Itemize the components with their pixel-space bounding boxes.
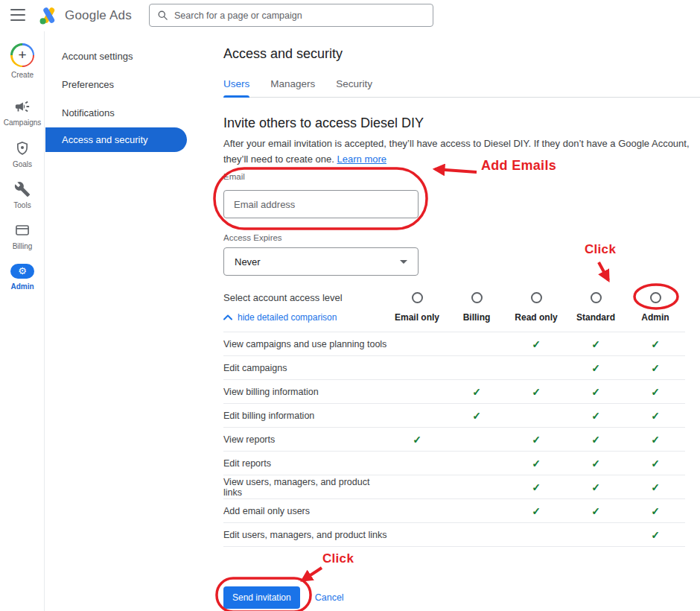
check-icon: ✓ [626, 386, 685, 398]
send-invitation-button[interactable]: Send invitation [223, 586, 300, 609]
permission-label: Edit billing information [223, 411, 387, 421]
check-icon: ✓ [447, 410, 506, 422]
navigation-rail: + Create Campaigns Goals Tools Billing ⚙… [0, 31, 45, 611]
check-icon: ✓ [626, 338, 685, 350]
permission-label: View reports [223, 434, 387, 445]
google-ads-logo: GoogleAds [39, 5, 132, 25]
check-icon: ✓ [506, 481, 566, 493]
check-icon: ✓ [447, 386, 506, 398]
check-icon: ✓ [566, 338, 626, 350]
menu-icon[interactable] [10, 9, 25, 21]
goals-icon [14, 140, 31, 156]
check-icon: ✓ [506, 338, 566, 350]
check-icon: ✓ [626, 505, 685, 517]
form-actions: Send invitation Cancel [223, 586, 344, 609]
access-level-column-read-only: Read only [506, 312, 566, 323]
check-icon: ✓ [626, 362, 685, 374]
access-level-column-email-only: Email only [387, 312, 447, 323]
radio-billing[interactable] [447, 292, 506, 303]
permission-label: View billing information [223, 387, 387, 397]
create-icon: + [10, 43, 34, 67]
admin-gear-icon: ⚙ [10, 264, 34, 279]
check-icon: ✓ [566, 386, 626, 398]
tab-bar: Users Managers Security [223, 77, 700, 98]
access-level-column-admin: Admin [626, 312, 685, 323]
rail-label-goals: Goals [0, 160, 45, 168]
invite-heading: Invite others to access Diesel DIY [223, 115, 424, 131]
check-icon: ✓ [566, 458, 626, 469]
google-ads-logo-icon [39, 5, 59, 25]
permission-row: Add email only users✓✓✓ [223, 499, 685, 523]
radio-circle-icon [591, 292, 602, 303]
permission-row: Edit billing information✓✓✓ [223, 404, 685, 428]
check-icon: ✓ [506, 434, 566, 446]
rail-item-create[interactable]: + Create [0, 43, 45, 79]
email-field [223, 190, 419, 218]
permission-row: View campaigns and use planning tools✓✓✓ [223, 332, 685, 356]
check-icon: ✓ [566, 505, 626, 517]
access-expires-select[interactable]: Never [223, 247, 419, 276]
rail-label-campaigns: Campaigns [0, 118, 45, 127]
permission-row: View reports✓✓✓✓ [223, 428, 685, 452]
campaigns-icon [14, 98, 31, 115]
access-expires-label: Access Expires [223, 233, 282, 242]
radio-read-only[interactable] [506, 292, 566, 303]
radio-email-only[interactable] [387, 292, 447, 303]
radio-circle-icon [531, 292, 542, 303]
main-content: Access and security Users Managers Secur… [210, 31, 700, 611]
permission-row: Edit campaigns✓✓ [223, 356, 685, 380]
rail-item-tools[interactable]: Tools [0, 181, 45, 209]
rail-item-admin[interactable]: ⚙ Admin [0, 264, 45, 291]
rail-label-billing: Billing [0, 242, 45, 250]
access-level-column-billing: Billing [447, 312, 506, 323]
invite-description: After your email invitation is accepted,… [223, 136, 700, 168]
access-level-radio-row: Select account access level [223, 288, 685, 307]
check-icon: ✓ [626, 529, 685, 541]
hide-comparison-link[interactable]: hide detailed comparison [223, 312, 387, 323]
tab-managers[interactable]: Managers [270, 77, 315, 97]
rail-item-goals[interactable]: Goals [0, 140, 45, 168]
check-icon: ✓ [626, 410, 685, 422]
nav-item-account-settings[interactable]: Account settings [45, 43, 202, 70]
top-bar: GoogleAds [0, 0, 700, 31]
check-icon: ✓ [506, 386, 566, 398]
nav-item-preferences[interactable]: Preferences [45, 72, 202, 98]
cancel-button[interactable]: Cancel [315, 592, 344, 603]
logo-text: GoogleAds [65, 8, 132, 23]
email-field-label: Email [223, 172, 245, 181]
check-icon: ✓ [506, 458, 566, 469]
permission-label: Edit users, managers, and product links [223, 530, 387, 540]
radio-standard[interactable] [566, 292, 626, 303]
check-icon: ✓ [626, 434, 685, 446]
check-icon: ✓ [626, 458, 685, 469]
check-icon: ✓ [566, 481, 626, 493]
permission-label: Edit campaigns [223, 363, 387, 373]
billing-icon [14, 222, 31, 238]
check-icon: ✓ [626, 481, 685, 493]
learn-more-link[interactable]: Learn more [337, 153, 386, 165]
hide-comparison-text: hide detailed comparison [238, 312, 337, 323]
permission-label: Edit reports [223, 458, 387, 469]
radio-admin[interactable] [626, 292, 685, 303]
nav-item-notifications[interactable]: Notifications [45, 100, 202, 127]
rail-item-campaigns[interactable]: Campaigns [0, 98, 45, 127]
check-icon: ✓ [506, 505, 566, 517]
check-icon: ✓ [566, 434, 626, 446]
permission-row: Edit reports✓✓✓ [223, 452, 685, 475]
permission-row: View users, managers, and product links✓… [223, 475, 685, 499]
tab-users[interactable]: Users [223, 77, 249, 97]
email-input[interactable] [234, 199, 408, 210]
chevron-up-icon [223, 314, 232, 320]
search-icon [157, 10, 168, 21]
permissions-table: View campaigns and use planning tools✓✓✓… [223, 332, 685, 547]
rail-item-billing[interactable]: Billing [0, 222, 45, 250]
search-input[interactable] [174, 10, 425, 21]
permission-row: View billing information✓✓✓✓ [223, 380, 685, 404]
logo-ads-text: Ads [109, 8, 132, 22]
check-icon: ✓ [566, 410, 626, 422]
nav-item-access-and-security[interactable]: Access and security [45, 127, 187, 152]
permission-label: View campaigns and use planning tools [223, 339, 387, 349]
invite-description-text: After your email invitation is accepted,… [223, 138, 690, 165]
permission-label: Add email only users [223, 506, 387, 516]
tab-security[interactable]: Security [336, 77, 372, 97]
